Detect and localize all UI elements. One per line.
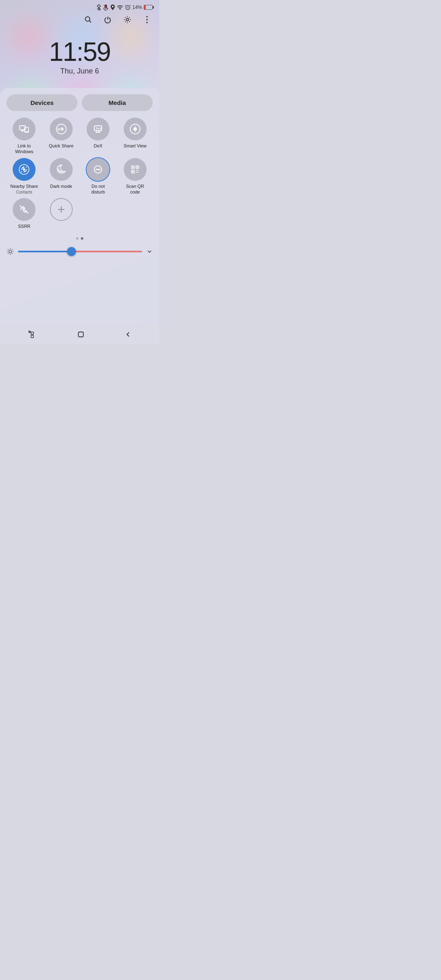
bluetooth-icon — [96, 4, 101, 11]
svg-line-30 — [20, 206, 28, 213]
svg-point-6 — [126, 18, 129, 21]
svg-point-2 — [112, 6, 114, 7]
tile-nearby-share-sublabel: Contacts — [16, 190, 32, 194]
pagination-dot-2 — [81, 237, 83, 240]
tile-dark-mode-label: Dark mode — [50, 183, 72, 189]
pagination-dot-1 — [76, 237, 78, 240]
battery-icon — [144, 5, 153, 10]
tile-ssrr[interactable]: SSRR — [7, 198, 42, 229]
status-icons: 14% — [96, 4, 153, 11]
settings-button[interactable] — [122, 14, 133, 25]
battery-percent: 14% — [132, 4, 142, 10]
brightness-icon — [7, 248, 14, 255]
tile-quick-share[interactable]: Quick Share — [44, 118, 79, 155]
svg-rect-27 — [138, 170, 138, 171]
svg-rect-34 — [78, 332, 83, 337]
tile-nearby-share[interactable]: Nearby Share Contacts — [7, 158, 42, 195]
alarm-icon — [125, 4, 131, 10]
clock-date: Thu, June 6 — [60, 67, 99, 76]
brightness-thumb — [67, 247, 76, 256]
quick-share-icon — [56, 123, 67, 135]
quick-settings-panel: Devices Media Link toWindows — [0, 88, 159, 324]
tile-quick-share-label: Quick Share — [49, 143, 74, 149]
dex-icon: DeX — [92, 123, 104, 135]
tab-row: Devices Media — [7, 94, 153, 111]
nav-bar — [0, 324, 159, 345]
brightness-slider[interactable] — [18, 251, 142, 252]
tile-quick-share-icon-wrap — [50, 118, 73, 140]
svg-rect-23 — [132, 167, 134, 168]
tile-add-icon-wrap — [50, 198, 73, 221]
tiles-grid: Link toWindows Quick Share — [7, 118, 153, 229]
tile-smart-view[interactable]: Smart View — [118, 118, 153, 155]
tile-dex[interactable]: DeX DeX — [80, 118, 116, 155]
tile-scan-qr-icon-wrap — [124, 158, 147, 181]
location-icon — [110, 4, 115, 11]
pagination — [7, 234, 153, 241]
tile-nearby-share-label: Nearby Share — [10, 183, 38, 189]
tile-dark-mode[interactable]: Dark mode — [44, 158, 79, 195]
top-controls — [0, 12, 159, 29]
tile-scan-qr-label: Scan QRcode — [126, 183, 144, 195]
svg-point-16 — [134, 128, 136, 130]
svg-point-8 — [146, 19, 148, 20]
more-options-button[interactable] — [141, 14, 153, 25]
recent-apps-button[interactable] — [28, 330, 37, 339]
tile-link-to-windows[interactable]: Link toWindows — [7, 118, 42, 155]
svg-point-9 — [146, 22, 148, 23]
home-button[interactable] — [76, 330, 85, 339]
do-not-disturb-icon — [93, 164, 103, 175]
tile-scan-qr[interactable]: Scan QRcode — [118, 158, 153, 195]
link-windows-icon — [19, 124, 29, 134]
brightness-row — [7, 246, 153, 257]
tile-smart-view-icon-wrap — [124, 118, 147, 140]
svg-point-7 — [146, 16, 148, 18]
tile-ssrr-label: SSRR — [18, 223, 31, 229]
tile-do-not-disturb-label: Do notdisturb — [91, 183, 105, 195]
status-bar: 14% — [0, 0, 159, 12]
tile-dex-label: DeX — [94, 143, 102, 149]
chevron-down-icon[interactable] — [146, 248, 153, 255]
svg-point-18 — [23, 168, 25, 171]
scan-qr-icon — [130, 164, 140, 175]
smart-view-icon — [129, 123, 141, 135]
wifi-icon — [117, 4, 123, 10]
power-button[interactable] — [102, 14, 114, 25]
clock-time: 11:59 — [49, 37, 110, 67]
clock-section: 11:59 Thu, June 6 — [0, 29, 159, 88]
tile-do-not-disturb-icon-wrap — [87, 158, 109, 181]
svg-rect-24 — [137, 167, 138, 168]
ssrr-icon — [18, 204, 30, 215]
tile-link-to-windows-label: Link toWindows — [15, 143, 33, 155]
svg-rect-25 — [132, 171, 134, 172]
tile-do-not-disturb[interactable]: Do notdisturb — [80, 158, 116, 195]
tile-dex-icon-wrap: DeX — [87, 118, 109, 140]
svg-point-3 — [120, 9, 120, 10]
svg-point-31 — [9, 250, 12, 253]
tile-link-to-windows-icon-wrap — [13, 118, 36, 140]
media-tab[interactable]: Media — [82, 94, 153, 111]
devices-tab[interactable]: Devices — [7, 94, 78, 111]
mute-icon — [103, 4, 109, 11]
back-button[interactable] — [125, 330, 131, 339]
svg-rect-28 — [136, 172, 137, 173]
search-button[interactable] — [82, 14, 94, 25]
svg-rect-32 — [31, 332, 33, 334]
nearby-share-icon — [18, 164, 30, 175]
svg-rect-29 — [138, 172, 138, 173]
tile-add[interactable] — [44, 198, 79, 229]
svg-rect-26 — [136, 170, 137, 171]
add-icon — [57, 205, 66, 214]
svg-point-5 — [85, 17, 90, 21]
tile-dark-mode-icon-wrap — [50, 158, 73, 181]
svg-rect-33 — [31, 335, 33, 338]
tile-nearby-share-icon-wrap — [13, 158, 36, 181]
tile-smart-view-label: Smart View — [124, 143, 147, 149]
tile-ssrr-icon-wrap — [13, 198, 36, 221]
dark-mode-icon — [56, 164, 67, 175]
svg-text:DeX: DeX — [96, 127, 102, 130]
